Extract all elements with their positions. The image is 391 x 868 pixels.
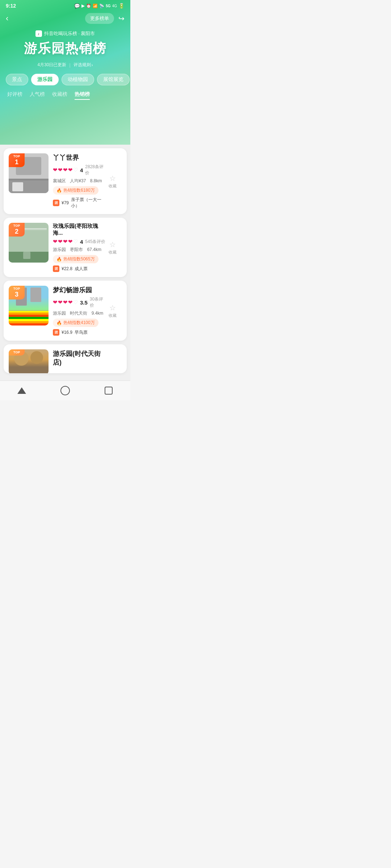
platform-tag: ♪ 抖音吃喝玩乐榜 · 襄阳市 [7,30,123,37]
rating-num-2: 4 [80,239,83,245]
item-rating-1: ❤ ❤ ❤ ❤ ♡ 4 2828条评价 [53,164,107,176]
list-item[interactable]: TOP 2 玫瑰乐园(枣阳玫瑰海... ❤ ❤ ❤ ❤ ♡ 4 545条评价 [4,218,127,277]
ticket-price-3: ¥16.9 [62,330,72,335]
hot-badge-1: 🔥 热销指数6180万 [53,186,98,195]
alarm-icon: ⏰ [86,4,91,8]
item-rating-3: ❤ ❤ ❤ ❤ ♡ 3.5 30条评价 [53,296,107,309]
item-name-1: 丫丫世界 [53,153,107,162]
rank-image-wrap-1: TOP 1 [9,153,49,193]
cat-tab-zhanguan[interactable]: 展馆展览 [97,74,130,85]
bottom-nav [0,380,130,400]
back-nav-button[interactable] [13,385,31,396]
item-info-wrapper-1: 丫丫世界 ❤ ❤ ❤ ❤ ♡ 4 2828条评价 襄城区 人均¥37 8.8km [53,153,122,209]
subtab-shoucang[interactable]: 收藏榜 [52,91,67,100]
item-name-2: 玫瑰乐园(枣阳玫瑰海... [53,223,107,237]
list-item[interactable]: TOP 3 梦幻畅游乐园 ❤ ❤ ❤ ❤ ♡ 3.5 30条评价 [4,281,127,341]
nav-actions: 更多榜单 ↪ [85,13,125,24]
more-list-button[interactable]: 更多榜单 [85,13,114,24]
header-content: ♪ 抖音吃喝玩乐榜 · 襄阳市 游乐园热销榜 4月30日已更新 | 评选规则 › [0,27,130,68]
item-info-3: 梦幻畅游乐园 ❤ ❤ ❤ ❤ ♡ 3.5 30条评价 游乐园 时代天街 9.4k… [53,286,107,336]
rank-badge-4: TOP [9,349,25,356]
collect-star-icon-2: ☆ [109,240,116,249]
rules-link[interactable]: 评选规则 › [73,62,93,68]
item-name-4: 游乐园(时代天街店) [53,349,107,367]
subtab-haoping[interactable]: 好评榜 [7,91,22,100]
hot-badge-3: 🔥 热销指数4100万 [53,319,98,327]
ticket-desc-1: 亲子票（一大一小） [71,197,107,209]
ticket-icon-3: 团 [53,329,59,336]
rating-num-1: 4 [80,167,83,173]
collect-button-3[interactable]: ☆ 收藏 [109,303,117,318]
ticket-info-1: 团 ¥79 亲子票（一大一小） [53,197,107,209]
ticket-desc-2: 成人票 [75,266,88,272]
ticket-info-2: 团 ¥22.8 成人票 [53,265,107,272]
collect-button-2[interactable]: ☆ 收藏 [109,240,117,255]
collect-label-2: 收藏 [109,250,117,255]
share-button[interactable]: ↪ [118,14,125,23]
rank-num-2: 2 [10,228,23,236]
rank-badge-2: TOP 2 [9,223,25,237]
list-item[interactable]: TOP 游乐园(时代天街店) [4,344,127,373]
ticket-info-3: 团 ¥16.9 早鸟票 [53,329,107,336]
item-info-1: 丫丫世界 ❤ ❤ ❤ ❤ ♡ 4 2828条评价 襄城区 人均¥37 8.8km [53,153,107,209]
nav-bar: ‹ 更多榜单 ↪ [0,10,130,27]
recents-square-icon [105,387,113,395]
subtab-renqi[interactable]: 人气榜 [30,91,45,100]
item-meta-1: 襄城区 人均¥37 8.8km [53,178,107,184]
list-container: TOP 1 丫丫世界 ❤ ❤ ❤ ❤ ♡ 4 2828条评价 [0,145,130,380]
hearts-1: ❤ ❤ ❤ ❤ ♡ [53,167,78,173]
ticket-icon-2: 团 [53,265,59,272]
collect-star-icon-1: ☆ [109,174,116,183]
review-count-3: 30条评价 [90,296,107,309]
rating-num-3: 3.5 [80,299,88,306]
hearts-2: ❤ ❤ ❤ ❤ ♡ [53,238,78,245]
wechat-icon: 💬 [74,3,80,9]
status-time: 9:12 [6,3,16,9]
cat-tab-jingdian[interactable]: 景点 [6,74,28,85]
battery-icon: 🔋 [118,3,125,9]
collect-label-1: 收藏 [109,183,117,189]
notification-icon: ▶ [81,3,85,8]
back-button[interactable]: ‹ [6,14,8,23]
top-label-2: TOP [10,224,23,228]
category-tabs: 景点 游乐园 动植物园 展馆展览 温泉 [0,68,130,88]
item-info-4: 游乐园(时代天街店) [53,349,107,367]
collect-button-1[interactable]: ☆ 收藏 [109,174,117,189]
ticket-price-1: ¥79 [62,200,69,205]
item-meta-2: 游乐园 枣阳市 67.4km [53,247,107,253]
platform-text: 抖音吃喝玩乐榜 · 襄阳市 [44,30,95,37]
cat-tab-dongzhi[interactable]: 动植物园 [62,74,94,85]
rank-image-wrap-4: TOP [9,349,49,373]
home-nav-button[interactable] [56,385,74,396]
list-item[interactable]: TOP 1 丫丫世界 ❤ ❤ ❤ ❤ ♡ 4 2828条评价 [4,148,127,214]
top-label-3: TOP [10,287,23,291]
status-bar: 9:12 💬 ▶ ⏰ 📶 📡 5G 4G 🔋 [0,0,130,10]
status-icons: 💬 ▶ ⏰ 📶 📡 5G 4G 🔋 [74,3,125,9]
rank-image-wrap-3: TOP 3 [9,286,49,326]
5g-icon: 5G [106,4,110,8]
item-info-wrapper-4: 游乐园(时代天街店) [53,349,122,369]
recents-nav-button[interactable] [100,385,118,396]
hot-badge-2: 🔥 热销指数5065万 [53,255,98,263]
review-count-1: 2828条评价 [85,164,107,176]
item-info-2: 玫瑰乐园(枣阳玫瑰海... ❤ ❤ ❤ ❤ ♡ 4 545条评价 游乐园 枣阳市 [53,223,107,272]
item-info-wrapper-2: 玫瑰乐园(枣阳玫瑰海... ❤ ❤ ❤ ❤ ♡ 4 545条评价 游乐园 枣阳市 [53,223,122,272]
top-label-4: TOP [10,350,23,354]
cat-tab-youleyuan[interactable]: 游乐园 [31,74,59,85]
subtab-rexiao[interactable]: 热销榜 [75,91,90,100]
top-label-1: TOP [10,154,23,158]
collect-star-icon-3: ☆ [109,303,116,312]
hearts-3: ❤ ❤ ❤ ❤ ♡ [53,299,78,306]
collect-label-3: 收藏 [109,313,117,318]
item-info-wrapper-3: 梦幻畅游乐园 ❤ ❤ ❤ ❤ ♡ 3.5 30条评价 游乐园 时代天街 9.4k… [53,286,122,336]
main-title: 游乐园热销榜 [7,40,123,58]
wifi-icon: 📡 [99,4,104,8]
rank-badge-3: TOP 3 [9,286,25,299]
back-triangle-icon [17,387,26,394]
sub-tabs: 好评榜 人气榜 收藏榜 热销榜 [0,88,130,104]
rank-badge-1: TOP 1 [9,153,25,167]
rank-num-3: 3 [10,291,23,299]
rank-image-wrap-2: TOP 2 [9,223,49,263]
item-rating-2: ❤ ❤ ❤ ❤ ♡ 4 545条评价 [53,238,107,245]
rank-num-1: 1 [10,158,23,166]
